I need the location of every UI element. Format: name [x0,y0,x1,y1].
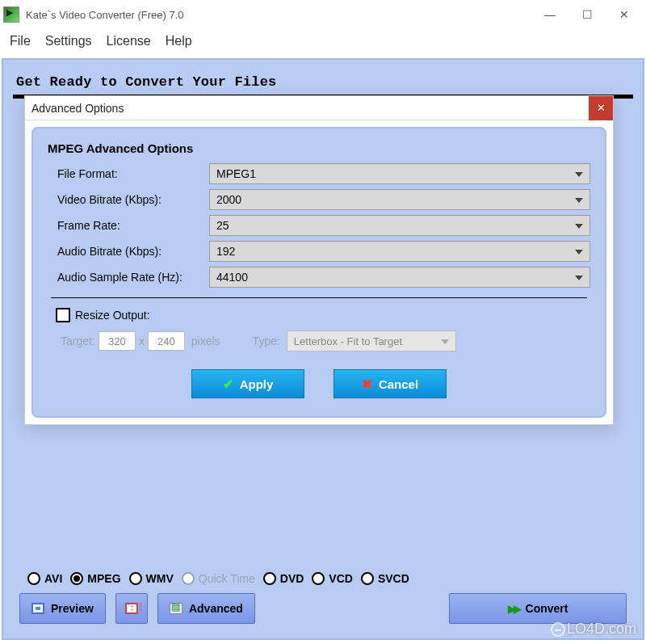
bottom-area: AVI MPEG WMV Quick Time DVD VCD SVCD Pre… [15,567,631,624]
watermark: LO4D.com [551,621,636,638]
format-quicktime-radio: Quick Time [182,572,255,585]
page-title: Get Ready to Convert Your Files [11,71,635,95]
window-titlebar: Kate`s Video Converter (Free) 7.0 — ☐ ✕ [0,0,646,29]
file-format-select[interactable]: MPEG1 [209,163,590,184]
frame-rate-select[interactable]: 25 [209,215,590,236]
main-panel: Get Ready to Convert Your Files Advanced… [2,58,644,640]
preview-button[interactable]: Preview [19,593,106,624]
dialog-close-button[interactable]: ✕ [589,96,613,120]
resize-type-value: Letterbox - Fit to Target [294,335,402,347]
target-width-input[interactable]: 320 [99,331,136,351]
close-button[interactable]: ✕ [606,2,643,27]
video-bitrate-select[interactable]: 2000 [209,189,590,210]
file-format-value: MPEG1 [216,167,256,180]
video-bitrate-value: 2000 [216,193,241,206]
convert-button-label: Convert [526,602,568,615]
pixels-label: pixels [191,335,220,347]
maximize-button[interactable]: ☐ [568,2,606,27]
advanced-button-label: Advanced [189,602,243,615]
menu-file[interactable]: File [10,34,31,48]
x-separator: x [139,335,145,347]
format-vcd-radio[interactable]: VCD [312,572,353,585]
format-dvd-radio[interactable]: DVD [263,572,304,585]
format-wmv-radio[interactable]: WMV [129,572,174,585]
resize-output-label: Resize Output: [75,309,150,322]
settings-icon-button[interactable] [115,593,148,624]
app-icon [3,6,19,23]
apply-button-label: Apply [240,377,274,391]
audio-sample-rate-label: Audio Sample Rate (Hz): [48,271,209,284]
dialog-title-text: Advanced Options [31,102,124,115]
resize-output-checkbox[interactable] [56,308,70,322]
format-mpeg-radio[interactable]: MPEG [70,572,120,585]
audio-bitrate-value: 192 [216,245,235,258]
audio-bitrate-label: Audio Bitrate (Kbps): [48,245,209,258]
dots-icon [125,603,138,614]
window-title: Kate`s Video Converter (Free) 7.0 [26,9,184,21]
check-icon: ✔ [223,377,233,392]
advanced-button[interactable]: Advanced [157,593,255,624]
cancel-button[interactable]: ✖ Cancel [333,369,447,398]
apply-button[interactable]: ✔ Apply [191,369,304,398]
target-label: Target: [61,335,95,347]
x-icon: ✖ [362,377,372,392]
menu-settings[interactable]: Settings [45,34,92,48]
video-bitrate-label: Video Bitrate (Kbps): [48,193,209,206]
output-format-row: AVI MPEG WMV Quick Time DVD VCD SVCD [15,567,631,593]
format-avi-radio[interactable]: AVI [27,572,62,585]
audio-sample-rate-select[interactable]: 44100 [209,267,590,288]
audio-bitrate-select[interactable]: 192 [209,241,590,262]
frame-rate-value: 25 [216,219,229,232]
audio-sample-rate-value: 44100 [216,271,248,284]
target-height-input[interactable]: 240 [148,331,185,351]
menu-license[interactable]: License [107,34,151,48]
dialog-titlebar: Advanced Options ✕ [25,96,613,120]
cancel-button-label: Cancel [379,377,418,391]
type-label: Type: [253,335,280,347]
format-svcd-radio[interactable]: SVCD [361,572,409,585]
dialog-section-title: MPEG Advanced Options [48,141,590,155]
preview-button-label: Preview [51,602,94,615]
menubar: File Settings License Help [0,29,646,57]
advanced-icon [170,603,182,614]
convert-button[interactable]: ▶▶ Convert [449,593,627,624]
preview-icon [31,603,44,614]
menu-help[interactable]: Help [166,34,192,48]
advanced-options-dialog: Advanced Options ✕ MPEG Advanced Options… [24,95,614,425]
globe-icon [551,622,565,637]
resize-type-select: Letterbox - Fit to Target [287,330,456,351]
file-format-label: File Format: [48,167,209,180]
play-icon: ▶▶ [508,603,519,615]
minimize-button[interactable]: — [531,2,568,27]
separator [51,297,587,298]
frame-rate-label: Frame Rate: [48,219,209,232]
dialog-body: MPEG Advanced Options File Format: MPEG1… [31,127,606,418]
